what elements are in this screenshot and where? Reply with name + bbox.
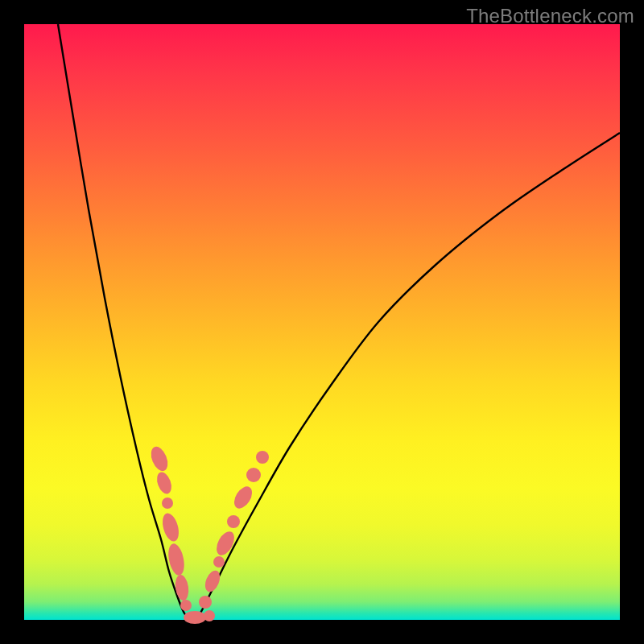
marker-pill [148, 444, 171, 473]
marker-dot [256, 451, 269, 464]
marker-dot [199, 596, 212, 609]
bottleneck-curve [24, 24, 620, 620]
curve-right-branch [197, 133, 620, 619]
marker-dot [180, 600, 192, 611]
marker-dot [213, 556, 225, 568]
marker-pill [230, 484, 255, 512]
marker-pill [159, 511, 181, 543]
marker-pill [202, 568, 222, 594]
marker-pill [174, 574, 190, 601]
marker-dot [162, 497, 173, 509]
marker-dot [204, 610, 215, 621]
marker-cluster [148, 444, 269, 624]
marker-dot [227, 515, 240, 528]
marker-dot [246, 468, 261, 482]
marker-pill [155, 470, 175, 496]
marker-pill [184, 611, 206, 624]
marker-pill [213, 529, 238, 559]
chart-plot-area [24, 24, 620, 620]
